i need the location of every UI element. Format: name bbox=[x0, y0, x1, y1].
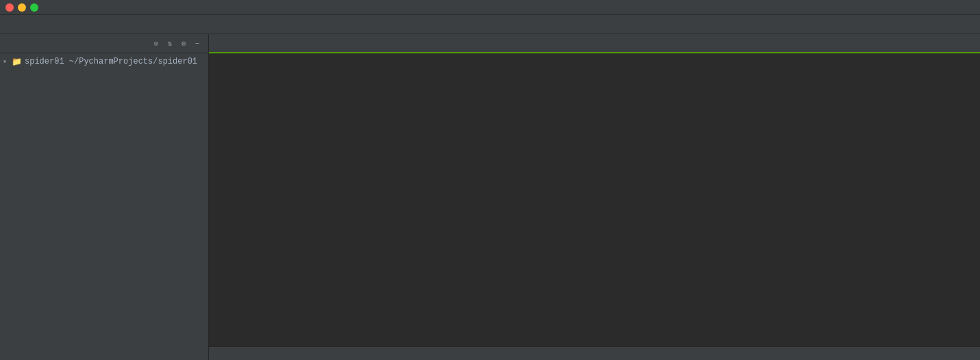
minimize-button[interactable] bbox=[18, 3, 26, 12]
fold-gutter bbox=[243, 53, 253, 346]
line-numbers bbox=[209, 53, 243, 346]
locate-icon[interactable]: ⊙ bbox=[151, 38, 162, 49]
title-bar bbox=[0, 0, 980, 15]
root-arrow: ▾ bbox=[3, 57, 11, 66]
root-label: spider01 ~/PycharmProjects/spider01 bbox=[25, 57, 197, 66]
main-layout: ⊙ ⇅ ⚙ − ▾ 📁 spider01 ~/PycharmProjects/s… bbox=[0, 34, 980, 360]
editor-area bbox=[209, 34, 980, 360]
collapse-icon[interactable]: − bbox=[192, 38, 203, 49]
nav-bar bbox=[0, 15, 980, 34]
sidebar: ⊙ ⇅ ⚙ − ▾ 📁 spider01 ~/PycharmProjects/s… bbox=[0, 34, 209, 360]
sidebar-header: ⊙ ⇅ ⚙ − bbox=[0, 34, 208, 53]
code-content bbox=[253, 53, 980, 346]
traffic-lights bbox=[5, 3, 38, 12]
file-tree: ▾ 📁 spider01 ~/PycharmProjects/spider01 bbox=[0, 53, 208, 360]
root-folder-icon: 📁 bbox=[11, 57, 22, 66]
sidebar-toolbar: ⊙ ⇅ ⚙ − bbox=[151, 38, 203, 49]
status-bar bbox=[209, 346, 980, 360]
settings-icon[interactable]: ⚙ bbox=[178, 38, 189, 49]
tab-bar bbox=[209, 34, 980, 53]
tree-root[interactable]: ▾ 📁 spider01 ~/PycharmProjects/spider01 bbox=[0, 55, 208, 68]
code-editor[interactable] bbox=[209, 53, 980, 346]
maximize-button[interactable] bbox=[30, 3, 38, 12]
close-button[interactable] bbox=[5, 3, 14, 12]
expand-icon[interactable]: ⇅ bbox=[164, 38, 175, 49]
